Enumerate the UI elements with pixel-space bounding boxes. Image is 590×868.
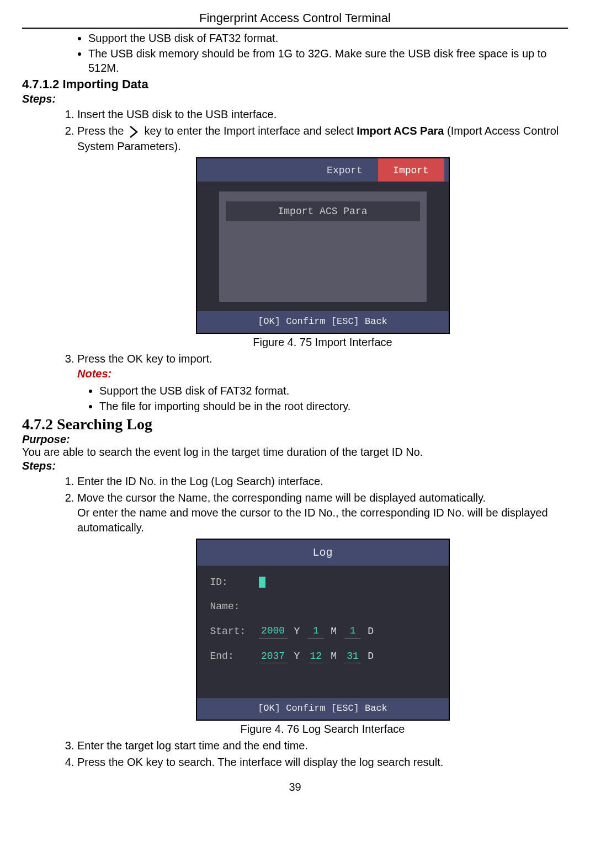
step-text: Press the	[77, 125, 124, 137]
purpose-label: Purpose:	[22, 433, 568, 446]
unit-d: D	[368, 625, 374, 638]
step-item: Move the cursor the Name, the correspond…	[77, 491, 568, 737]
tab-bar: Export Import	[197, 158, 449, 182]
end-day-input[interactable]: 31	[344, 649, 361, 663]
import-panel: Import ACS Para	[219, 191, 427, 302]
end-label: End:	[210, 649, 254, 663]
step-item: Enter the target log start time and the …	[77, 738, 568, 753]
page-number: 39	[22, 781, 568, 794]
step-bold: Import ACS Para	[357, 125, 444, 137]
step-item: Press the OK key to import. Notes: Suppo…	[77, 352, 568, 413]
id-label: ID:	[210, 576, 254, 589]
step-text: Or enter the name and move the cursor to…	[77, 507, 548, 534]
unit-y: Y	[294, 649, 300, 663]
steps-label: Steps:	[22, 93, 568, 105]
figure-caption: Figure 4. 76 Log Search Interface	[77, 722, 568, 737]
step-text: Move the cursor the Name, the correspond…	[77, 492, 486, 504]
start-day-input[interactable]: 1	[344, 624, 361, 638]
figure-caption: Figure 4. 75 Import Interface	[77, 335, 568, 350]
intro-bullets: Support the USB disk of FAT32 format. Th…	[88, 31, 568, 75]
step-text: Press the OK key to import.	[77, 353, 212, 365]
ui-footer: [OK] Confirm [ESC] Back	[197, 311, 449, 333]
purpose-text: You are able to search the event log in …	[22, 446, 568, 459]
log-title: Log	[197, 540, 449, 566]
import-ui-screenshot: Export Import Import ACS Para [OK] Confi…	[196, 157, 450, 334]
log-form: ID: Name: Start: 2000 Y 1 M 1 D End:	[197, 566, 449, 663]
bullet-item: Support the USB disk of FAT32 format.	[99, 384, 568, 398]
unit-d: D	[368, 649, 374, 663]
heading-4-7-1-2: 4.7.1.2 Importing Data	[22, 77, 568, 92]
bullet-item: The file for importing should be in the …	[99, 399, 568, 413]
notes-bullets: Support the USB disk of FAT32 format. Th…	[99, 384, 568, 413]
import-acs-para-item[interactable]: Import ACS Para	[226, 201, 420, 221]
notes-label: Notes:	[77, 366, 568, 381]
step-item: Insert the USB disk to the USB interface…	[77, 107, 568, 122]
unit-m: M	[331, 625, 337, 638]
doc-title: Fingerprint Access Control Terminal	[22, 11, 568, 29]
step-item: Enter the ID No. in the Log (Log Search)…	[77, 474, 568, 489]
log-ui-screenshot: Log ID: Name: Start: 2000 Y 1 M 1 D	[196, 539, 450, 721]
bullet-item: Support the USB disk of FAT32 format.	[88, 31, 568, 45]
name-label: Name:	[210, 600, 254, 613]
tab-import[interactable]: Import	[378, 158, 444, 182]
unit-m: M	[331, 649, 337, 663]
tab-export[interactable]: Export	[312, 158, 378, 182]
bullet-item: The USB disk memory should be from 1G to…	[88, 46, 568, 75]
step-text: key to enter the Import interface and se…	[145, 125, 357, 137]
end-year-input[interactable]: 2037	[259, 649, 288, 663]
start-label: Start:	[210, 625, 254, 638]
start-month-input[interactable]: 1	[307, 624, 324, 638]
step-item: Press the key to enter the Import interf…	[77, 124, 568, 350]
unit-y: Y	[294, 625, 300, 638]
steps-list-log: Enter the ID No. in the Log (Log Search)…	[55, 474, 568, 770]
start-year-input[interactable]: 2000	[259, 624, 288, 638]
chevron-right-icon	[128, 125, 140, 139]
steps-label: Steps:	[22, 460, 568, 472]
heading-4-7-2: 4.7.2 Searching Log	[22, 416, 568, 433]
step-item: Press the OK key to search. The interfac…	[77, 755, 568, 770]
id-input-cursor[interactable]	[259, 577, 265, 588]
ui-footer: [OK] Confirm [ESC] Back	[197, 698, 449, 720]
end-month-input[interactable]: 12	[307, 649, 324, 663]
steps-list-importing: Insert the USB disk to the USB interface…	[55, 107, 568, 413]
